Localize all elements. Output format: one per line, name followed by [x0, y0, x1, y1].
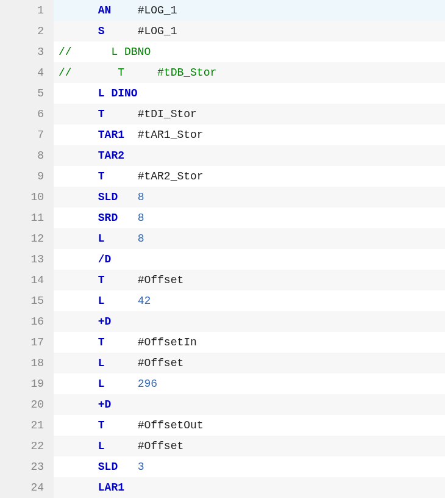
token-keyword: T	[98, 419, 105, 431]
token-plain	[59, 191, 98, 203]
token-plain	[59, 108, 98, 120]
code-content[interactable]: T #tDI_Stor	[54, 108, 445, 120]
token-plain	[118, 461, 137, 473]
code-content[interactable]: // T #tDB_Stor	[54, 67, 445, 79]
code-line[interactable]: 14 T #Offset	[0, 270, 445, 290]
token-plain	[105, 357, 138, 369]
line-number: 16	[0, 311, 54, 332]
line-number: 4	[0, 62, 54, 83]
line-number: 17	[0, 332, 54, 353]
token-comment: // T #tDB_Stor	[59, 67, 216, 79]
token-number: 8	[138, 212, 144, 224]
code-content[interactable]: L 42	[54, 295, 445, 307]
line-number: 21	[0, 415, 54, 436]
code-content[interactable]: T #Offset	[54, 274, 445, 286]
token-plain	[118, 212, 137, 224]
code-content[interactable]: L 8	[54, 232, 445, 245]
token-identifier: #tAR1_Stor	[138, 129, 204, 141]
line-number: 7	[0, 124, 54, 145]
token-plain	[59, 87, 98, 99]
token-keyword: SLD	[98, 191, 118, 203]
code-line[interactable]: 24 LAR1	[0, 477, 445, 498]
code-line[interactable]: 19 L 296	[0, 373, 445, 394]
code-content[interactable]: L 296	[54, 378, 445, 390]
token-keyword: T	[98, 170, 105, 182]
code-line[interactable]: 21 T #OffsetOut	[0, 415, 445, 436]
code-content[interactable]: // L DBNO	[54, 46, 445, 58]
code-line[interactable]: 5 L DINO	[0, 83, 445, 104]
token-keyword: L	[98, 87, 105, 99]
token-plain	[59, 4, 98, 16]
code-line[interactable]: 4// T #tDB_Stor	[0, 62, 445, 83]
token-identifier: #LOG_1	[138, 4, 177, 16]
token-keyword: TAR1	[98, 129, 124, 141]
token-plain	[118, 191, 137, 203]
token-keyword: L	[98, 232, 105, 245]
code-line[interactable]: 10 SLD 8	[0, 187, 445, 207]
code-line[interactable]: 16 +D	[0, 311, 445, 332]
token-plain	[59, 419, 98, 431]
line-number: 23	[0, 456, 54, 477]
code-line[interactable]: 20 +D	[0, 394, 445, 415]
code-content[interactable]: SRD 8	[54, 212, 445, 224]
code-line[interactable]: 12 L 8	[0, 228, 445, 249]
code-line[interactable]: 23 SLD 3	[0, 456, 445, 477]
token-keyword: L	[98, 378, 105, 390]
code-line[interactable]: 6 T #tDI_Stor	[0, 104, 445, 124]
code-content[interactable]: /D	[54, 253, 445, 265]
code-line[interactable]: 1 AN #LOG_1	[0, 0, 445, 21]
token-plain	[124, 129, 138, 141]
token-keyword: /D	[98, 253, 112, 265]
token-identifier: #Offset	[138, 357, 184, 369]
token-number: 42	[138, 295, 151, 307]
line-number: 11	[0, 207, 54, 228]
code-content[interactable]: S #LOG_1	[54, 25, 445, 37]
token-plain	[105, 295, 138, 307]
code-content[interactable]: SLD 3	[54, 461, 445, 473]
code-editor[interactable]: 1 AN #LOG_12 S #LOG_13// L DBNO4// T #tD…	[0, 0, 445, 498]
code-content[interactable]: T #OffsetOut	[54, 419, 445, 431]
code-content[interactable]: AN #LOG_1	[54, 4, 445, 16]
code-content[interactable]: L #Offset	[54, 440, 445, 452]
code-line[interactable]: 15 L 42	[0, 290, 445, 311]
line-number: 13	[0, 249, 54, 270]
code-content[interactable]: T #OffsetIn	[54, 336, 445, 348]
code-content[interactable]: SLD 8	[54, 191, 445, 203]
token-plain	[59, 170, 98, 182]
code-content[interactable]: T #tAR2_Stor	[54, 170, 445, 182]
token-number: 8	[138, 232, 144, 245]
line-number: 20	[0, 394, 54, 415]
token-keyword: AN	[98, 4, 112, 16]
token-keyword: L	[98, 357, 105, 369]
token-keyword: T	[98, 336, 105, 348]
line-number: 24	[0, 477, 54, 498]
code-line[interactable]: 7 TAR1 #tAR1_Stor	[0, 124, 445, 145]
token-number: 8	[138, 191, 144, 203]
code-content[interactable]: TAR2	[54, 149, 445, 162]
code-line[interactable]: 8 TAR2	[0, 145, 445, 166]
code-line[interactable]: 17 T #OffsetIn	[0, 332, 445, 353]
code-line[interactable]: 22 L #Offset	[0, 436, 445, 456]
line-number: 18	[0, 353, 54, 373]
code-content[interactable]: TAR1 #tAR1_Stor	[54, 129, 445, 141]
code-line[interactable]: 13 /D	[0, 249, 445, 270]
code-content[interactable]: +D	[54, 398, 445, 411]
token-identifier: #OffsetIn	[138, 336, 197, 348]
token-identifier: #Offset	[138, 274, 184, 286]
token-plain	[59, 232, 98, 245]
line-number: 3	[0, 41, 54, 62]
code-line[interactable]: 11 SRD 8	[0, 207, 445, 228]
code-content[interactable]: LAR1	[54, 481, 445, 494]
token-keyword: TAR2	[98, 149, 124, 162]
code-content[interactable]: L #Offset	[54, 357, 445, 369]
token-plain	[59, 129, 98, 141]
token-keyword: +D	[98, 315, 112, 328]
code-line[interactable]: 9 T #tAR2_Stor	[0, 166, 445, 187]
token-identifier: #OffsetOut	[138, 419, 204, 431]
code-line[interactable]: 18 L #Offset	[0, 353, 445, 373]
code-content[interactable]: L DINO	[54, 87, 445, 99]
code-line[interactable]: 3// L DBNO	[0, 41, 445, 62]
token-plain	[59, 336, 98, 348]
code-content[interactable]: +D	[54, 315, 445, 328]
code-line[interactable]: 2 S #LOG_1	[0, 21, 445, 41]
